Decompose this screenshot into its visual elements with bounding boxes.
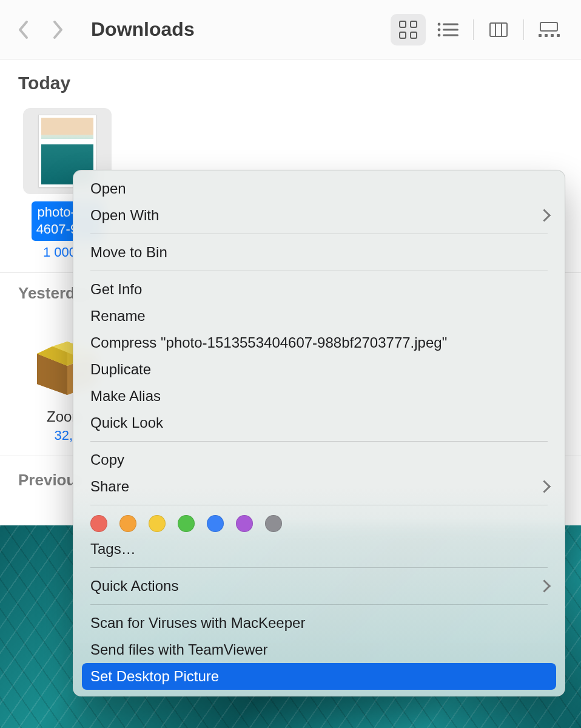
menu-separator xyxy=(90,234,548,234)
section-header-today: Today xyxy=(0,59,581,99)
tag-green[interactable] xyxy=(178,515,195,532)
menu-rename[interactable]: Rename xyxy=(82,303,556,329)
gallery-icon xyxy=(539,22,559,38)
tag-red[interactable] xyxy=(90,515,107,532)
view-list-button[interactable] xyxy=(431,14,466,46)
nav-back-button[interactable] xyxy=(15,21,33,39)
view-gallery-button[interactable] xyxy=(531,14,566,46)
menu-set-desktop-picture[interactable]: Set Desktop Picture xyxy=(82,663,556,690)
menu-open-with[interactable]: Open With xyxy=(82,202,556,229)
context-menu: Open Open With Move to Bin Get Info Rena… xyxy=(73,170,565,696)
menu-share[interactable]: Share xyxy=(82,473,556,500)
menu-separator xyxy=(90,271,548,271)
svg-point-2 xyxy=(438,28,441,31)
menu-quick-actions[interactable]: Quick Actions xyxy=(82,573,556,599)
menu-separator xyxy=(90,441,548,442)
menu-separator xyxy=(90,567,548,568)
list-icon xyxy=(437,22,459,38)
view-columns-button[interactable] xyxy=(481,14,516,46)
grid-icon xyxy=(399,21,417,39)
menu-tag-colors xyxy=(82,510,556,536)
menu-quick-look[interactable]: Quick Look xyxy=(82,410,556,436)
menu-get-info[interactable]: Get Info xyxy=(82,276,556,303)
menu-separator xyxy=(90,505,548,505)
nav-forward-button[interactable] xyxy=(49,21,67,39)
menu-duplicate[interactable]: Duplicate xyxy=(82,356,556,383)
svg-point-4 xyxy=(438,33,441,36)
tag-blue[interactable] xyxy=(207,515,224,532)
menu-move-to-bin[interactable]: Move to Bin xyxy=(82,239,556,266)
tag-orange[interactable] xyxy=(119,515,136,532)
tag-gray[interactable] xyxy=(265,515,282,532)
menu-tags[interactable]: Tags… xyxy=(82,536,556,562)
finder-toolbar: Downloads xyxy=(0,0,581,59)
menu-scan-viruses[interactable]: Scan for Viruses with MacKeeper xyxy=(82,610,556,636)
svg-rect-1 xyxy=(443,23,458,25)
tag-yellow[interactable] xyxy=(149,515,166,532)
svg-point-0 xyxy=(438,22,441,25)
tag-purple[interactable] xyxy=(236,515,253,532)
menu-make-alias[interactable]: Make Alias xyxy=(82,383,556,410)
columns-icon xyxy=(489,22,508,37)
svg-rect-5 xyxy=(443,34,458,36)
menu-compress[interactable]: Compress "photo-1513553404607-988bf27037… xyxy=(82,329,556,356)
menu-copy[interactable]: Copy xyxy=(82,447,556,473)
window-title: Downloads xyxy=(91,18,195,41)
view-icon-button[interactable] xyxy=(391,14,426,46)
menu-separator xyxy=(90,604,548,605)
svg-rect-3 xyxy=(443,29,458,30)
menu-open[interactable]: Open xyxy=(82,175,556,202)
menu-send-teamviewer[interactable]: Send files with TeamViewer xyxy=(82,636,556,663)
view-switcher xyxy=(391,14,566,46)
